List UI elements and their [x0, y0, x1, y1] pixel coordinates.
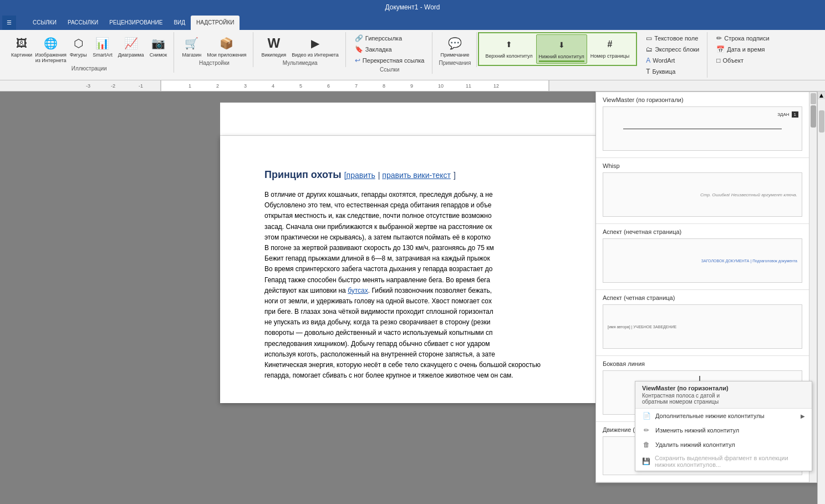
- store-icon: 🛒: [183, 34, 201, 52]
- svg-text:9: 9: [410, 83, 413, 89]
- context-menu-item-dop[interactable]: 📄 Дополнительные нижние колонтитулы ▶: [635, 409, 812, 423]
- btn-kartinki[interactable]: 🖼 Картинки: [9, 33, 34, 64]
- main-area: Принцип охоты [править | править вики-те…: [0, 91, 825, 504]
- svg-text:5: 5: [299, 83, 302, 89]
- dropdown-section-aspect-even[interactable]: Аспект (четная страница) [имя автора] | …: [596, 290, 809, 356]
- butsah-link[interactable]: бутсах: [348, 287, 368, 294]
- edit-wikitext-link[interactable]: править вики-текст: [382, 171, 451, 180]
- main-scroll-thumb[interactable]: [819, 110, 824, 133]
- dropdown-section-viewmaster[interactable]: ViewMaster (по горизонтали) ЗДАН 1: [596, 92, 809, 158]
- screenshot-icon: 📷: [149, 34, 167, 52]
- ssylki-buttons: 🔗 Гиперссылка 🔖 Закладка ↩ Перекрестная …: [352, 33, 428, 65]
- dropdown-section-whisp[interactable]: Whisp Стр. Ошибка! Неизвестный аргумент …: [596, 158, 809, 224]
- btn-nomer-stranicy[interactable]: # Номер страницы: [588, 34, 632, 64]
- tab-nadstrojki[interactable]: НАДСТРОЙКИ: [191, 16, 240, 30]
- svg-text:-2: -2: [111, 83, 115, 89]
- scroll-up-arrow[interactable]: ▲: [818, 91, 826, 99]
- svg-text:4: 4: [272, 83, 274, 89]
- ribbon-group-illyustracii: 🖼 Картинки 🌐 Изображения из Интернета ⬡ …: [4, 32, 174, 73]
- save-icon: 💾: [642, 457, 650, 466]
- illyustracii-label: Иллюстрации: [72, 65, 107, 72]
- svg-text:1: 1: [189, 83, 191, 89]
- btn-data-vremya[interactable]: 📅 Дата и время: [713, 44, 772, 54]
- btn-diagramma[interactable]: 📈 Диаграмма: [116, 33, 146, 64]
- ribbon-buttons-multimedia: W Википедия ▶ Видео из Интернета: [259, 33, 340, 59]
- svg-text:2: 2: [216, 83, 219, 89]
- btn-nizhnij-kolontitul[interactable]: ⬇ Нижний колонтитул: [536, 34, 587, 64]
- tab-vid[interactable]: ВИД: [168, 16, 191, 30]
- whisp-title: Whisp: [603, 162, 802, 169]
- tab-ssylki[interactable]: ССЫЛКИ: [27, 16, 62, 30]
- active-indicator: [539, 60, 584, 62]
- btn-buktica[interactable]: T Буквица: [643, 67, 702, 77]
- btn-verhnij-kolontitul[interactable]: ⬆ Верхний колонтитул: [483, 34, 535, 64]
- edit-link[interactable]: [править: [344, 171, 375, 180]
- btn-smartart[interactable]: 📊 SmartArt: [90, 33, 115, 64]
- btn-zakladka[interactable]: 🔖 Закладка: [352, 44, 428, 54]
- btn-wordart[interactable]: A WordArt: [643, 55, 702, 65]
- ssylki-label: Ссылки: [380, 67, 399, 73]
- btn-obekt[interactable]: □ Объект: [713, 55, 772, 65]
- btn-moi-prilozeniya[interactable]: 📦 Мои приложения: [205, 33, 248, 59]
- ribbon-group-nadstrojki: 🛒 Магазин 📦 Мои приложения Надстройки: [175, 32, 253, 67]
- context-menu-item-udalit[interactable]: 🗑 Удалить нижний колонтитул: [635, 437, 812, 452]
- context-menu-item-izmenit[interactable]: ✏ Изменить нижний колонтитул: [635, 423, 812, 437]
- svg-text:10: 10: [438, 83, 444, 89]
- btn-figury[interactable]: ⬡ Фигуры: [67, 33, 89, 64]
- ribbon-buttons-kolontituly: ⬆ Верхний колонтитул ⬇ Нижний колонтитул…: [483, 34, 632, 64]
- preview-pagenum: 1: [792, 111, 798, 118]
- submenu-arrow: ▶: [801, 413, 805, 419]
- btn-snimok[interactable]: 📷 Снимок: [147, 33, 169, 64]
- svg-text:11: 11: [466, 83, 471, 89]
- datetime-icon: 📅: [716, 45, 725, 53]
- footer-context-menu: ViewMaster (по горизонтали) Контрастная …: [635, 381, 812, 471]
- btn-vikipediya[interactable]: W Википедия: [259, 33, 288, 59]
- btn-ekspress-bloki[interactable]: 🗂 Экспресс блоки: [643, 44, 702, 54]
- preview-line: [623, 129, 782, 129]
- btn-magazin[interactable]: 🛒 Магазин: [180, 33, 203, 59]
- btn-giperssylka[interactable]: 🔗 Гиперссылка: [352, 33, 428, 43]
- tab-file[interactable]: ☰: [2, 16, 16, 30]
- ruler: -3 -2 -1 1 2 3 4 5 6 7 8 9 10 11 12: [0, 80, 825, 91]
- scroll-up-btn[interactable]: [811, 93, 816, 104]
- btn-tekstovoe-pole[interactable]: ▭ Текстовое поле: [643, 33, 702, 43]
- tab-recenzirovanie[interactable]: РЕЦЕНЗИРОВАНИЕ: [104, 16, 168, 30]
- primechaniya-label: Примечания: [439, 60, 471, 66]
- btn-stroka-podpisi[interactable]: ✏ Строка подписи: [713, 33, 772, 43]
- title-text: Документ1 - Word: [385, 3, 440, 11]
- btn-perekrestnaya[interactable]: ↩ Перекрестная ссылка: [352, 55, 428, 65]
- context-menu-item-sohranit: 💾 Сохранить выделенный фрагмент в коллек…: [635, 452, 812, 471]
- footer-icon: ⬇: [553, 36, 571, 54]
- ruler-svg: -3 -2 -1 1 2 3 4 5 6 7 8 9 10 11 12: [0, 80, 825, 91]
- btn-video[interactable]: ▶ Видео из Интернета: [289, 33, 341, 59]
- main-scrollbar[interactable]: ▲: [817, 91, 825, 504]
- ribbon-group-dop: ✏ Строка подписи 📅 Дата и время □ Объект: [709, 32, 777, 67]
- quickparts-icon: 🗂: [646, 45, 653, 53]
- viewmaster-preview: ЗДАН 1: [603, 106, 802, 151]
- doc-header-space: [220, 103, 597, 136]
- aspect-odd-title: Аспект (нечетная страница): [603, 228, 802, 235]
- tab-rassylki[interactable]: РАССЫЛКИ: [62, 16, 104, 30]
- shapes-icon: ⬡: [69, 34, 87, 52]
- footer-dropdown-panel: ViewMaster (по горизонтали) ЗДАН 1 Whisp: [595, 91, 817, 483]
- apps-icon: 📦: [218, 34, 236, 52]
- aspect-even-text: [имя автора] | УЧЕБНОЕ ЗАВЕДЕНИЕ: [608, 325, 676, 329]
- picture-icon: 🖼: [13, 34, 30, 52]
- signature-icon: ✏: [716, 34, 722, 42]
- dop-buttons: ✏ Строка подписи 📅 Дата и время □ Объект: [713, 33, 772, 65]
- tab-razmetka[interactable]: [16, 16, 27, 30]
- dropdown-content: ViewMaster (по горизонтали) ЗДАН 1 Whisp: [596, 92, 817, 482]
- dropcap-icon: T: [646, 68, 650, 75]
- context-menu-subtitle: Контрастная полоса с датой иобратным ном…: [642, 393, 805, 405]
- svg-text:6: 6: [327, 83, 330, 89]
- ribbon-group-ssylki: 🔗 Гиперссылка 🔖 Закладка ↩ Перекрестная …: [347, 32, 433, 74]
- dropdown-section-aspect-odd[interactable]: Аспект (нечетная страница) ЗАГОЛОВОК ДОК…: [596, 224, 809, 290]
- ribbon-buttons-illyustracii: 🖼 Картинки 🌐 Изображения из Интернета ⬡ …: [9, 33, 169, 64]
- ribbon-group-kolontituly: ⬆ Верхний колонтитул ⬇ Нижний колонтитул…: [478, 32, 638, 66]
- btn-primechanie[interactable]: 💬 Примечание: [438, 33, 471, 59]
- btn-izobrazheniya[interactable]: 🌐 Изображения из Интернета: [35, 33, 66, 64]
- scroll-thumb[interactable]: [811, 105, 816, 128]
- object-icon: □: [716, 57, 720, 64]
- doc-area[interactable]: Принцип охоты [править | править вики-те…: [0, 91, 817, 504]
- svg-text:12: 12: [493, 83, 499, 89]
